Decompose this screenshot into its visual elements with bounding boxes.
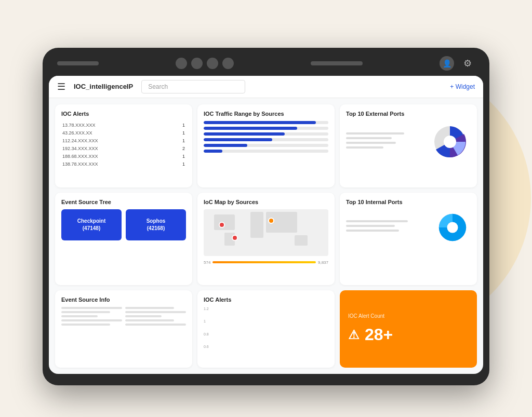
- bar-track: [204, 132, 328, 136]
- bar-chart-y-axis: 1.210.80.6: [204, 307, 209, 348]
- alert-count: 1: [177, 130, 185, 137]
- traffic-bar-row: [204, 144, 328, 147]
- svg-rect-3: [214, 214, 235, 230]
- map-scale-max: 9,837: [318, 260, 328, 265]
- traffic-bar-row: [204, 121, 328, 124]
- top10-internal-card: Top 10 Internal Ports: [340, 193, 477, 285]
- ioc-alert-count-card: IOC Alert Count ⚠ 28+: [340, 290, 477, 367]
- ioc-alert-count-title: IOC Alert Count: [348, 313, 469, 319]
- device-icons: 👤 ⚙: [440, 56, 475, 71]
- device-pill-left: [57, 61, 99, 65]
- user-icon[interactable]: 👤: [440, 56, 454, 71]
- y-label: 0.8: [204, 332, 209, 336]
- ioc-map-title: IoC Map by Sources: [204, 199, 328, 205]
- device-pill-right: [311, 61, 363, 65]
- info-line-10: [125, 324, 186, 326]
- device-top-bar: 👤 ⚙: [49, 54, 483, 76]
- traffic-bar-row: [204, 150, 328, 153]
- top10-internal-pie: [434, 209, 471, 246]
- info-line-8: [125, 315, 162, 317]
- top10-internal-title: Top 10 Internal Ports: [346, 199, 471, 205]
- ip-address: 138.78.XXX.XXX: [62, 161, 176, 168]
- device-dot-4: [222, 58, 234, 69]
- y-label: 1: [204, 319, 209, 323]
- ioc-alerts-list-title: IOC Alerts: [61, 111, 186, 117]
- bar-fill: [204, 127, 297, 130]
- device-dots: [176, 58, 234, 69]
- alert-count-number: 28+: [365, 325, 393, 344]
- ioc-alert-row: 138.78.XXX.XXX1: [62, 161, 185, 168]
- warning-icon: ⚠: [348, 328, 360, 342]
- top10-internal-content: [346, 209, 471, 246]
- ip-address: 192.34.XXX.XXX: [62, 145, 176, 152]
- search-input[interactable]: Search: [141, 80, 245, 93]
- ioc-alerts-table: 13.78.XXX.XXX143.26.XXX.XX1112.24.XXX.XX…: [61, 121, 186, 169]
- bar-track: [204, 138, 328, 141]
- top10-external-legend: [346, 132, 429, 151]
- svg-point-9: [232, 235, 237, 240]
- ip-address: 43.26.XXX.XX: [62, 130, 176, 137]
- info-line-1: [61, 307, 122, 309]
- dashboard: IOC Alerts 13.78.XXX.XXX143.26.XXX.XX111…: [49, 98, 483, 374]
- ioc-alert-row: 13.78.XXX.XXX1: [62, 122, 185, 129]
- device-dot-2: [191, 58, 203, 69]
- device-dot-3: [207, 58, 218, 69]
- event-source-info-grid: [61, 307, 186, 328]
- source-tree-grid: Checkpoint(47148) Sophos(42168): [61, 209, 186, 240]
- svg-rect-7: [295, 235, 308, 246]
- app-title: IOC_intelligenceIP: [74, 83, 133, 90]
- ioc-alert-row: 112.24.XXX.XXX1: [62, 138, 185, 144]
- device-frame: 👤 ⚙ ☰ IOC_intelligenceIP Search + Widget…: [43, 48, 489, 385]
- ioc-alert-row: 188.68.XXX.XXX1: [62, 153, 185, 160]
- traffic-range-title: IOC Traffic Range by Sources: [204, 111, 328, 117]
- ioc-alert-row: 43.26.XXX.XX1: [62, 130, 185, 137]
- traffic-bars: [204, 121, 328, 153]
- bar-fill: [204, 150, 222, 153]
- event-source-info-title: Event Source Info: [61, 297, 186, 303]
- ioc-alert-count-value: ⚠ 28+: [348, 325, 469, 344]
- hamburger-menu[interactable]: ☰: [57, 81, 65, 92]
- device-dot-1: [176, 58, 187, 69]
- alert-count: 1: [177, 153, 185, 160]
- info-line-7: [125, 311, 186, 313]
- device-wrapper: 👤 ⚙ ☰ IOC_intelligenceIP Search + Widget…: [32, 32, 500, 385]
- event-source-tree-card: Event Source Tree Checkpoint(47148) Soph…: [55, 193, 192, 285]
- add-widget-button[interactable]: + Widget: [450, 83, 475, 90]
- traffic-range-card: IOC Traffic Range by Sources: [197, 104, 335, 187]
- ioc-alerts-chart-title: IOC Alerts: [204, 297, 328, 303]
- bar-chart: [211, 307, 233, 348]
- ip-address: 13.78.XXX.XXX: [62, 122, 176, 129]
- bar-track: [204, 121, 328, 124]
- bar-track: [204, 150, 328, 153]
- ioc-alert-row: 192.34.XXX.XXX2: [62, 145, 185, 152]
- svg-point-8: [219, 222, 224, 227]
- top10-external-title: Top 10 External Ports: [346, 111, 471, 117]
- bar-fill: [204, 144, 247, 147]
- map-scale-min: 574: [204, 260, 210, 265]
- info-line-2: [61, 311, 110, 313]
- top10-external-card: Top 10 External Ports: [340, 104, 477, 187]
- bar-track: [204, 127, 328, 130]
- y-label: 1.2: [204, 307, 209, 311]
- ioc-map-card: IoC Map by Sources // We'll create dots …: [197, 193, 335, 285]
- alert-count: 2: [177, 145, 185, 152]
- svg-point-1: [444, 136, 456, 148]
- bar-track: [204, 144, 328, 147]
- event-source-tree-title: Event Source Tree: [61, 199, 186, 205]
- screen: ☰ IOC_intelligenceIP Search + Widget IOC…: [49, 76, 483, 374]
- info-line-9: [125, 319, 174, 321]
- top10-external-pie: [429, 121, 471, 163]
- event-source-info-card: Event Source Info: [55, 290, 192, 367]
- bar-fill: [204, 132, 285, 136]
- traffic-bar-row: [204, 138, 328, 141]
- map-svg: // We'll create dots in the SVG via JS a…: [204, 209, 328, 256]
- topbar: ☰ IOC_intelligenceIP Search + Widget: [49, 76, 483, 98]
- source-box-checkpoint: Checkpoint(47148): [61, 209, 122, 240]
- svg-rect-5: [250, 212, 263, 238]
- map-scale-bar: [212, 261, 316, 263]
- traffic-bar-row: [204, 127, 328, 130]
- gear-icon[interactable]: ⚙: [460, 56, 475, 71]
- svg-point-12: [447, 222, 458, 233]
- traffic-bar-row: [204, 132, 328, 136]
- info-line-5: [61, 324, 110, 326]
